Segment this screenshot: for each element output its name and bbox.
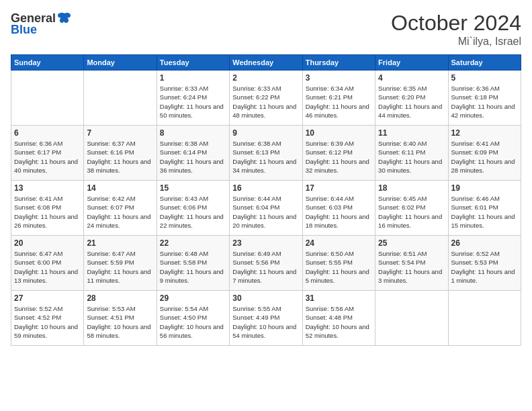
- day-number: 7: [87, 128, 153, 138]
- calendar-cell-3-6: 26Sunrise: 6:52 AM Sunset: 5:53 PM Dayli…: [448, 236, 521, 291]
- calendar-cell-0-6: 5Sunrise: 6:36 AM Sunset: 6:18 PM Daylig…: [448, 71, 521, 126]
- calendar-cell-3-3: 23Sunrise: 6:49 AM Sunset: 5:56 PM Dayli…: [230, 236, 302, 291]
- day-number: 25: [378, 238, 445, 248]
- location: Mi`ilya, Israel: [391, 36, 521, 48]
- calendar-cell-1-5: 11Sunrise: 6:40 AM Sunset: 6:11 PM Dayli…: [375, 126, 448, 181]
- calendar-cell-0-3: 2Sunrise: 6:33 AM Sunset: 6:22 PM Daylig…: [230, 71, 302, 126]
- day-number: 31: [306, 293, 372, 303]
- day-info: Sunrise: 6:44 AM Sunset: 6:03 PM Dayligh…: [306, 194, 372, 230]
- day-info: Sunrise: 6:40 AM Sunset: 6:11 PM Dayligh…: [378, 139, 445, 175]
- day-number: 18: [378, 183, 445, 193]
- calendar-cell-2-2: 15Sunrise: 6:43 AM Sunset: 6:06 PM Dayli…: [157, 181, 229, 236]
- day-info: Sunrise: 6:51 AM Sunset: 5:54 PM Dayligh…: [378, 249, 445, 285]
- day-number: 29: [160, 293, 226, 303]
- calendar-cell-2-1: 14Sunrise: 6:42 AM Sunset: 6:07 PM Dayli…: [84, 181, 157, 236]
- month-title: October 2024: [391, 11, 521, 36]
- week-row-3: 20Sunrise: 6:47 AM Sunset: 6:00 PM Dayli…: [11, 236, 521, 291]
- week-row-1: 6Sunrise: 6:36 AM Sunset: 6:17 PM Daylig…: [11, 126, 521, 181]
- week-row-2: 13Sunrise: 6:41 AM Sunset: 6:08 PM Dayli…: [11, 181, 521, 236]
- calendar-cell-3-5: 25Sunrise: 6:51 AM Sunset: 5:54 PM Dayli…: [375, 236, 448, 291]
- calendar-cell-0-0: [11, 71, 84, 126]
- day-info: Sunrise: 5:56 AM Sunset: 4:48 PM Dayligh…: [306, 304, 372, 340]
- day-number: 17: [306, 183, 372, 193]
- day-info: Sunrise: 6:33 AM Sunset: 6:22 PM Dayligh…: [232, 84, 299, 120]
- calendar-cell-0-5: 4Sunrise: 6:35 AM Sunset: 6:20 PM Daylig…: [375, 71, 448, 126]
- header-monday: Monday: [84, 55, 157, 71]
- week-row-4: 27Sunrise: 5:52 AM Sunset: 4:52 PM Dayli…: [11, 291, 521, 346]
- day-number: 26: [451, 238, 518, 248]
- day-info: Sunrise: 6:39 AM Sunset: 6:12 PM Dayligh…: [306, 139, 372, 175]
- day-number: 27: [14, 293, 81, 303]
- logo-bird-icon: [57, 11, 72, 26]
- calendar-cell-4-2: 29Sunrise: 5:54 AM Sunset: 4:50 PM Dayli…: [157, 291, 229, 346]
- header-tuesday: Tuesday: [157, 55, 229, 71]
- day-info: Sunrise: 6:47 AM Sunset: 5:59 PM Dayligh…: [87, 249, 153, 285]
- logo-blue: Blue: [11, 23, 37, 37]
- day-info: Sunrise: 6:52 AM Sunset: 5:53 PM Dayligh…: [451, 249, 518, 285]
- day-info: Sunrise: 6:33 AM Sunset: 6:24 PM Dayligh…: [160, 84, 226, 120]
- day-info: Sunrise: 6:44 AM Sunset: 6:04 PM Dayligh…: [232, 194, 299, 230]
- calendar-cell-1-6: 12Sunrise: 6:41 AM Sunset: 6:09 PM Dayli…: [448, 126, 521, 181]
- calendar-cell-2-0: 13Sunrise: 6:41 AM Sunset: 6:08 PM Dayli…: [11, 181, 84, 236]
- day-number: 28: [87, 293, 153, 303]
- calendar-cell-1-4: 10Sunrise: 6:39 AM Sunset: 6:12 PM Dayli…: [302, 126, 375, 181]
- day-info: Sunrise: 6:50 AM Sunset: 5:55 PM Dayligh…: [306, 249, 372, 285]
- day-number: 15: [160, 183, 226, 193]
- day-number: 14: [87, 183, 153, 193]
- day-info: Sunrise: 6:46 AM Sunset: 6:01 PM Dayligh…: [451, 194, 518, 230]
- day-number: 12: [451, 128, 518, 138]
- calendar-cell-1-0: 6Sunrise: 6:36 AM Sunset: 6:17 PM Daylig…: [11, 126, 84, 181]
- calendar-header-row: Sunday Monday Tuesday Wednesday Thursday…: [11, 55, 521, 71]
- calendar-cell-4-6: [448, 291, 521, 346]
- day-info: Sunrise: 6:45 AM Sunset: 6:02 PM Dayligh…: [378, 194, 445, 230]
- day-info: Sunrise: 6:37 AM Sunset: 6:16 PM Dayligh…: [87, 139, 153, 175]
- day-info: Sunrise: 6:48 AM Sunset: 5:58 PM Dayligh…: [160, 249, 226, 285]
- calendar-table: Sunday Monday Tuesday Wednesday Thursday…: [11, 54, 521, 346]
- calendar-cell-1-1: 7Sunrise: 6:37 AM Sunset: 6:16 PM Daylig…: [84, 126, 157, 181]
- calendar-cell-3-4: 24Sunrise: 6:50 AM Sunset: 5:55 PM Dayli…: [302, 236, 375, 291]
- day-info: Sunrise: 6:43 AM Sunset: 6:06 PM Dayligh…: [160, 194, 226, 230]
- week-row-0: 1Sunrise: 6:33 AM Sunset: 6:24 PM Daylig…: [11, 71, 521, 126]
- day-number: 13: [14, 183, 81, 193]
- calendar-cell-1-3: 9Sunrise: 6:38 AM Sunset: 6:13 PM Daylig…: [230, 126, 302, 181]
- calendar-cell-2-5: 18Sunrise: 6:45 AM Sunset: 6:02 PM Dayli…: [375, 181, 448, 236]
- day-info: Sunrise: 5:52 AM Sunset: 4:52 PM Dayligh…: [14, 304, 81, 340]
- day-number: 1: [160, 73, 226, 83]
- calendar-cell-4-5: [375, 291, 448, 346]
- day-number: 24: [306, 238, 372, 248]
- calendar-cell-0-4: 3Sunrise: 6:34 AM Sunset: 6:21 PM Daylig…: [302, 71, 375, 126]
- header-friday: Friday: [375, 55, 448, 71]
- day-info: Sunrise: 6:35 AM Sunset: 6:20 PM Dayligh…: [378, 84, 445, 120]
- day-number: 4: [378, 73, 445, 83]
- day-info: Sunrise: 6:42 AM Sunset: 6:07 PM Dayligh…: [87, 194, 153, 230]
- header-thursday: Thursday: [302, 55, 375, 71]
- day-number: 2: [232, 73, 299, 83]
- calendar-cell-2-4: 17Sunrise: 6:44 AM Sunset: 6:03 PM Dayli…: [302, 181, 375, 236]
- day-number: 21: [87, 238, 153, 248]
- calendar-cell-4-0: 27Sunrise: 5:52 AM Sunset: 4:52 PM Dayli…: [11, 291, 84, 346]
- day-number: 3: [306, 73, 372, 83]
- day-info: Sunrise: 6:36 AM Sunset: 6:18 PM Dayligh…: [451, 84, 518, 120]
- title-area: October 2024 Mi`ilya, Israel: [391, 11, 521, 48]
- day-info: Sunrise: 6:34 AM Sunset: 6:21 PM Dayligh…: [306, 84, 372, 120]
- day-number: 5: [451, 73, 518, 83]
- day-info: Sunrise: 6:47 AM Sunset: 6:00 PM Dayligh…: [14, 249, 81, 285]
- day-number: 22: [160, 238, 226, 248]
- calendar-cell-1-2: 8Sunrise: 6:38 AM Sunset: 6:14 PM Daylig…: [157, 126, 229, 181]
- day-number: 20: [14, 238, 81, 248]
- calendar-cell-2-3: 16Sunrise: 6:44 AM Sunset: 6:04 PM Dayli…: [230, 181, 302, 236]
- day-info: Sunrise: 5:53 AM Sunset: 4:51 PM Dayligh…: [87, 304, 153, 340]
- header-sunday: Sunday: [11, 55, 84, 71]
- day-info: Sunrise: 6:36 AM Sunset: 6:17 PM Dayligh…: [14, 139, 81, 175]
- day-number: 10: [306, 128, 372, 138]
- calendar-cell-3-2: 22Sunrise: 6:48 AM Sunset: 5:58 PM Dayli…: [157, 236, 229, 291]
- calendar-cell-0-1: [84, 71, 157, 126]
- day-number: 19: [451, 183, 518, 193]
- logo: General Blue: [11, 11, 72, 37]
- day-number: 9: [232, 128, 299, 138]
- calendar-cell-2-6: 19Sunrise: 6:46 AM Sunset: 6:01 PM Dayli…: [448, 181, 521, 236]
- day-number: 8: [160, 128, 226, 138]
- page: General Blue October 2024 Mi`ilya, Israe…: [0, 0, 532, 411]
- day-info: Sunrise: 5:54 AM Sunset: 4:50 PM Dayligh…: [160, 304, 226, 340]
- day-info: Sunrise: 6:49 AM Sunset: 5:56 PM Dayligh…: [232, 249, 299, 285]
